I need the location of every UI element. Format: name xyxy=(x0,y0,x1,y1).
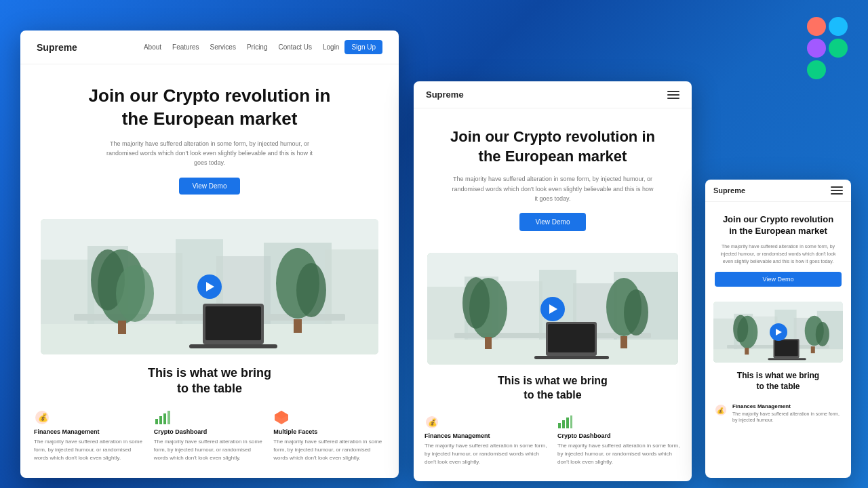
svg-rect-23 xyxy=(205,306,261,340)
desktop-hero-description: The majority have suffered alteration in… xyxy=(101,139,318,168)
desktop-office-image xyxy=(41,219,378,354)
mobile-office-image xyxy=(713,302,843,363)
hamburger-line-3 xyxy=(667,98,679,99)
desktop-nav: Supreme About Features Services Pricing … xyxy=(20,30,399,64)
desktop-section2-title: This is what we bring to the table xyxy=(20,354,399,404)
svg-rect-53 xyxy=(558,423,561,428)
figma-logo xyxy=(800,14,854,95)
svg-rect-1 xyxy=(829,17,848,36)
tablet-feature-2: Crypto Dashboard The majority have suffe… xyxy=(557,415,681,466)
tablet-brand: Supreme xyxy=(426,89,464,100)
svg-text:💰: 💰 xyxy=(38,412,48,422)
svg-rect-18 xyxy=(118,321,126,334)
tablet-features: 💰 Finances Management The majority have … xyxy=(414,409,692,472)
svg-point-17 xyxy=(116,265,154,322)
desktop-feature-3-desc: The majority have suffered alteration in… xyxy=(273,438,385,462)
svg-point-70 xyxy=(816,322,829,346)
tablet-view-demo-button[interactable]: View Demo xyxy=(519,213,587,231)
desktop-nav-links: About Features Services Pricing Contact … xyxy=(144,43,312,51)
svg-rect-68 xyxy=(745,348,749,354)
tablet-feature-1-desc: The majority have suffered alteration in… xyxy=(425,442,548,466)
tablet-feature-1-title: Finances Management xyxy=(425,432,548,439)
mobile-feature-1-desc: The majority have suffered alteration in… xyxy=(732,411,842,424)
svg-rect-29 xyxy=(163,413,166,424)
svg-rect-28 xyxy=(159,416,162,424)
mobile-feature-1: 💰 Finances Management The majority have … xyxy=(705,398,851,427)
tablet-play-icon xyxy=(549,304,557,314)
mobile-nav: Supreme xyxy=(705,180,851,202)
nav-contact[interactable]: Contact Us xyxy=(278,43,311,51)
nav-features[interactable]: Features xyxy=(172,43,199,51)
desktop-preview: Supreme About Features Services Pricing … xyxy=(20,30,399,478)
desktop-play-button[interactable] xyxy=(197,274,222,299)
finance-icon: 💰 xyxy=(34,409,50,426)
svg-rect-0 xyxy=(807,17,826,36)
hamburger-menu[interactable] xyxy=(667,91,679,99)
svg-rect-55 xyxy=(566,418,569,428)
mobile-preview: Supreme Join our Crypto revolution in th… xyxy=(705,180,851,478)
mobile-hero: Join our Crypto revolution in the Europe… xyxy=(705,202,851,295)
desktop-brand: Supreme xyxy=(37,42,77,53)
svg-rect-56 xyxy=(570,415,572,428)
nav-pricing[interactable]: Pricing xyxy=(247,43,268,51)
desktop-feature-1-desc: The majority have suffered alteration in… xyxy=(34,438,146,462)
tablet-feature-2-desc: The majority have suffered alteration in… xyxy=(557,442,681,466)
mobile-view-demo-button[interactable]: View Demo xyxy=(715,272,842,287)
mobile-hamburger-line-2 xyxy=(831,190,843,191)
svg-rect-47 xyxy=(620,336,627,348)
desktop-feature-2-title: Crypto Dashboard xyxy=(154,428,266,435)
tablet-hero-title: Join our Crypto revolution in the Europe… xyxy=(434,127,671,166)
mobile-finance-icon: 💰 xyxy=(715,404,727,416)
svg-rect-44 xyxy=(485,337,492,349)
mobile-play-button[interactable] xyxy=(770,323,787,341)
tablet-feature-2-title: Crypto Dashboard xyxy=(557,432,681,439)
mobile-feature-1-title: Finances Management xyxy=(732,403,842,409)
tablet-feature-1: 💰 Finances Management The majority have … xyxy=(425,415,548,466)
svg-rect-27 xyxy=(155,419,158,424)
nav-about[interactable]: About xyxy=(144,43,161,51)
svg-point-46 xyxy=(624,289,648,336)
desktop-feature-1-title: Finances Management xyxy=(34,428,146,435)
desktop-feature-1: 💰 Finances Management The majority have … xyxy=(34,409,146,462)
mobile-brand: Supreme xyxy=(713,186,745,195)
svg-text:💰: 💰 xyxy=(428,418,437,427)
desktop-hero-title: Join our Crypto revolution in the Europe… xyxy=(61,85,358,131)
desktop-feature-2-desc: The majority have suffered alteration in… xyxy=(154,438,266,462)
nav-services[interactable]: Services xyxy=(210,43,236,51)
mobile-hamburger-menu[interactable] xyxy=(831,186,843,195)
mobile-hamburger-line-1 xyxy=(831,186,843,188)
svg-rect-24 xyxy=(189,344,277,348)
hamburger-line-1 xyxy=(667,91,679,92)
svg-rect-49 xyxy=(548,324,595,352)
desktop-feature-2: Crypto Dashboard The majority have suffe… xyxy=(154,409,266,462)
mobile-hero-description: The majority have suffered alteration in… xyxy=(715,243,842,266)
tablet-preview: Supreme Join our Crypto revolution in th… xyxy=(414,81,692,481)
login-button[interactable]: Login xyxy=(323,43,339,51)
tablet-section2-title: This is what we bring to the table xyxy=(414,365,692,409)
desktop-view-demo-button[interactable]: View Demo xyxy=(179,178,241,195)
tablet-nav: Supreme xyxy=(414,81,692,108)
chart-icon xyxy=(154,409,170,426)
mobile-section2-title: This is what we bring to the table xyxy=(705,363,851,397)
hamburger-line-2 xyxy=(667,94,679,96)
cube-icon xyxy=(273,409,290,426)
mobile-hero-title: Join our Crypto revolution in the Europe… xyxy=(715,214,842,237)
svg-rect-74 xyxy=(768,359,806,361)
tablet-play-button[interactable] xyxy=(540,297,565,321)
svg-rect-2 xyxy=(807,39,826,58)
svg-rect-54 xyxy=(562,420,565,428)
mobile-play-icon xyxy=(776,329,782,336)
tablet-hero: Join our Crypto revolution in the Europe… xyxy=(414,108,692,243)
svg-rect-30 xyxy=(167,411,170,424)
svg-rect-73 xyxy=(774,340,797,356)
mobile-hamburger-line-3 xyxy=(831,193,843,195)
svg-text:💰: 💰 xyxy=(717,407,725,415)
tablet-finance-icon: 💰 xyxy=(425,415,439,430)
desktop-hero: Join our Crypto revolution in the Europe… xyxy=(20,64,399,208)
signup-button[interactable]: Sign Up xyxy=(344,40,382,54)
svg-point-20 xyxy=(296,263,326,317)
tablet-chart-icon xyxy=(557,415,572,430)
svg-point-67 xyxy=(733,315,748,342)
svg-rect-4 xyxy=(807,60,826,79)
desktop-features: 💰 Finances Management The majority have … xyxy=(20,404,399,468)
